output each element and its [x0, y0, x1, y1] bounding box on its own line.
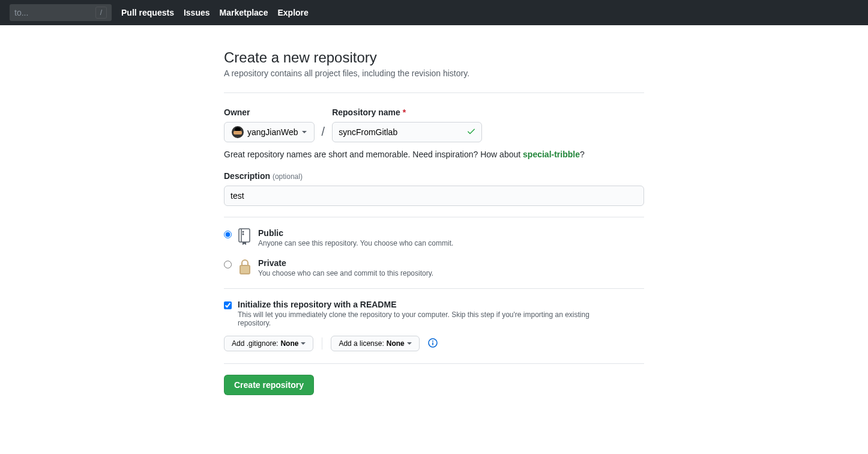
nav-pull-requests[interactable]: Pull requests — [121, 8, 174, 17]
search-placeholder: to... — [14, 8, 95, 17]
private-desc: You choose who can see and commit to thi… — [258, 269, 644, 277]
readme-title: Initialize this repository with a README — [238, 300, 622, 309]
nav-explore[interactable]: Explore — [277, 8, 308, 17]
svg-rect-4 — [240, 265, 250, 274]
svg-point-3 — [243, 234, 244, 235]
public-title: Public — [258, 228, 644, 238]
page-subtitle: A repository contains all project files,… — [224, 68, 644, 78]
divider — [224, 288, 644, 289]
owner-label: Owner — [224, 107, 315, 117]
repo-col: Repository name * — [332, 107, 482, 142]
owner-name: yangJianWeb — [247, 127, 298, 137]
readme-checkbox[interactable] — [224, 301, 232, 309]
readme-row: Initialize this repository with a README… — [224, 300, 644, 327]
owner-col: Owner yangJianWeb — [224, 107, 315, 142]
vertical-divider — [322, 337, 322, 350]
gitignore-select[interactable]: Add .gitignore: None — [224, 336, 313, 351]
page-title: Create a new repository — [224, 49, 644, 66]
private-option: Private You choose who can see and commi… — [224, 258, 644, 277]
info-icon[interactable] — [428, 338, 438, 350]
check-icon — [466, 127, 476, 138]
repo-name-input[interactable] — [332, 122, 482, 142]
chevron-down-icon — [302, 131, 307, 133]
lock-icon — [238, 258, 252, 277]
avatar-icon — [232, 126, 244, 138]
private-title: Private — [258, 258, 644, 268]
repo-label: Repository name * — [332, 107, 482, 117]
repo-icon — [238, 228, 252, 247]
description-input[interactable] — [224, 186, 644, 206]
description-group: Description (optional) — [224, 171, 644, 217]
divider — [224, 363, 644, 364]
required-asterisk: * — [403, 107, 406, 117]
create-repository-button[interactable]: Create repository — [224, 375, 314, 395]
nav-issues[interactable]: Issues — [184, 8, 210, 17]
optional-label: (optional) — [273, 172, 303, 181]
public-desc: Anyone can see this repository. You choo… — [258, 239, 644, 247]
name-hint: Great repository names are short and mem… — [224, 150, 644, 159]
search-input[interactable]: to... / — [10, 4, 112, 21]
main-content: Create a new repository A repository con… — [224, 25, 644, 437]
options-row: Add .gitignore: None Add a license: None — [224, 336, 644, 351]
svg-rect-0 — [239, 229, 250, 242]
readme-desc: This will let you immediately clone the … — [238, 310, 622, 327]
public-radio[interactable] — [224, 231, 232, 238]
license-select[interactable]: Add a license: None — [331, 336, 419, 351]
top-header: to... / Pull requests Issues Marketplace… — [0, 0, 868, 25]
chevron-down-icon — [407, 342, 412, 345]
visibility-group: Public Anyone can see this repository. Y… — [224, 228, 644, 277]
top-nav: Pull requests Issues Marketplace Explore — [121, 8, 309, 17]
nav-marketplace[interactable]: Marketplace — [220, 8, 268, 17]
repo-input-wrapper — [332, 122, 482, 142]
suggestion-link[interactable]: special-tribble — [523, 150, 580, 159]
svg-point-6 — [432, 340, 433, 342]
owner-repo-row: Owner yangJianWeb / Repository name * — [224, 107, 644, 142]
chevron-down-icon — [301, 342, 306, 345]
search-shortcut-key: / — [95, 7, 107, 19]
private-radio[interactable] — [224, 261, 232, 268]
slash-separator: / — [319, 125, 328, 142]
svg-point-2 — [243, 231, 244, 232]
public-option: Public Anyone can see this repository. Y… — [224, 228, 644, 247]
description-label: Description — [224, 171, 270, 181]
owner-select[interactable]: yangJianWeb — [224, 122, 315, 142]
divider — [224, 92, 644, 93]
divider — [224, 217, 644, 217]
svg-rect-7 — [432, 342, 433, 345]
